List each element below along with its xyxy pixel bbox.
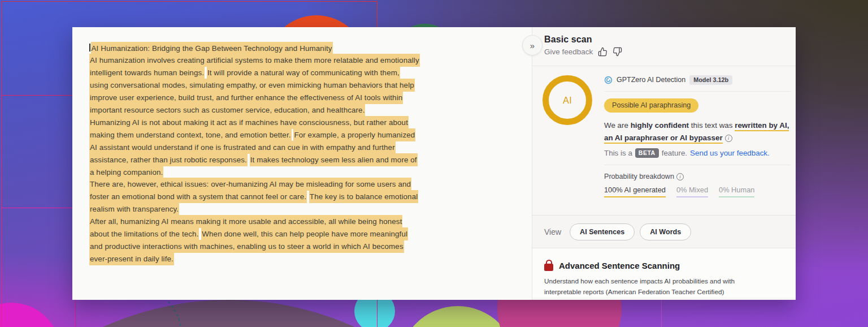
lock-icon [544,264,553,271]
beta-prefix: This is a [604,149,632,157]
confidence-middle: this text was [689,121,735,130]
beta-badge: BETA [635,148,659,158]
probability-item[interactable]: 0% Human [719,186,754,197]
thumbs-up-icon[interactable] [598,47,607,57]
document-paragraph[interactable]: AI humanization involves creating artifi… [89,54,419,117]
probability-breakdown-label: Probability breakdown [604,173,674,180]
decor-dashed-arc [153,295,192,327]
document-paragraph[interactable]: AI Humanization: Bridging the Gap Betwee… [89,42,419,54]
decor-red-line [1,95,72,96]
decor-red-line [1,208,72,208]
panel-title: Basic scan [544,35,784,45]
app-window: AI Humanization: Bridging the Gap Betwee… [72,27,796,300]
advanced-section-title: Advanced Sentence Scanning [559,261,680,270]
give-feedback-label: Give feedback [544,48,593,56]
decor-red-line [75,299,76,327]
view-buttons: AI SentencesAI Words [570,223,696,240]
info-icon[interactable]: i [676,173,684,180]
text-caret [89,44,90,51]
decor-red-line [1,1,377,2]
verdict-pill[interactable]: Possible AI paraphrasing [604,98,698,113]
ai-score-label: AI [563,95,572,106]
view-button-ai-words[interactable]: AI Words [640,223,691,240]
view-button-ai-sentences[interactable]: AI Sentences [570,223,635,240]
gptzero-logo-icon [604,76,613,84]
confidence-prefix: We are [604,121,631,130]
view-label: View [544,227,561,236]
document-paragraph[interactable]: After all, humanizing AI means making it… [89,216,419,265]
beta-suffix: feature. [662,149,687,157]
send-feedback-link[interactable]: Send us your feedback. [690,149,770,157]
view-toggle-row: View AI SentencesAI Words [532,216,796,248]
ai-score-ring: AI [542,75,592,125]
scan-results-panel: » Basic scan Give feedback AI [532,27,796,300]
decor-red-line [661,299,662,327]
advanced-section-description: Understand how each sentence impacts AI … [544,276,754,298]
decor-red-line [1,1,2,327]
thumbs-down-icon[interactable] [613,47,622,57]
beta-note: This is a BETA feature. Send us your fee… [604,148,791,158]
decor-circle-magenta [0,303,60,327]
highlighted-sentence[interactable]: AI Humanization: Bridging the Gap Betwee… [91,42,333,55]
confidence-statement: We are highly confident this text was re… [604,119,791,144]
advanced-scanning-section: Advanced Sentence Scanning Understand ho… [532,248,796,298]
panel-header: Basic scan Give feedback [532,27,796,66]
model-version-badge: Model 3.12b [689,75,732,85]
document-paragraph[interactable]: There are, however, ethical issues: over… [89,178,419,216]
document-paragraph[interactable]: Humanizing AI is not about making it act… [89,116,419,178]
collapse-panel-button[interactable]: » [522,35,542,55]
provider-name: GPTZero AI Detection [617,76,685,84]
probability-items: 100% AI generated0% Mixed0% Human [604,186,791,197]
info-icon[interactable]: i [725,135,732,142]
probability-item[interactable]: 0% Mixed [676,186,708,197]
divider [604,165,791,165]
document-text[interactable]: AI Humanization: Bridging the Gap Betwee… [89,42,419,265]
chevron-right-icon: » [530,41,535,50]
document-pane[interactable]: AI Humanization: Bridging the Gap Betwee… [72,27,532,300]
desktop-background: AI Humanization: Bridging the Gap Betwee… [0,0,868,327]
scan-result-section: AI GPTZero AI Detection Model 3.12b [532,66,796,216]
probability-item[interactable]: 100% AI generated [604,186,666,197]
confidence-emphasis: highly confident [631,121,689,130]
